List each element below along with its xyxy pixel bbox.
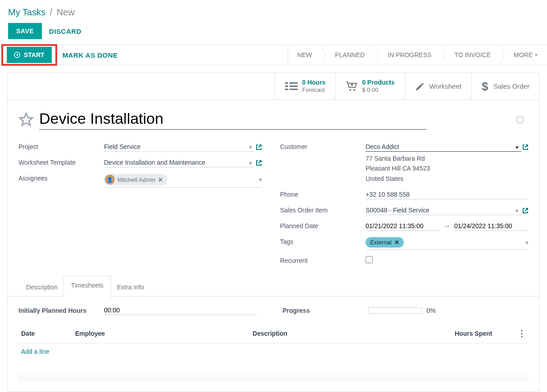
breadcrumb: My Tasks / New <box>0 0 547 21</box>
stage-new[interactable]: NEW <box>288 45 321 65</box>
svg-rect-6 <box>285 89 288 90</box>
col-date: Date <box>18 324 72 343</box>
remove-tag-icon[interactable]: ✕ <box>394 239 399 246</box>
initially-planned-label: Initially Planned Hours <box>18 307 104 314</box>
form-grid: Project ▾ Worksheet Template ▾ <box>8 133 539 273</box>
status-bar: START MARK AS DONE NEW PLANNED IN PROGRE… <box>0 45 547 65</box>
svg-marker-13 <box>20 113 32 126</box>
stage-more[interactable]: MORE <box>500 45 547 65</box>
external-link-icon[interactable] <box>256 144 262 150</box>
chevron-down-icon[interactable]: ▾ <box>515 207 519 214</box>
external-link-icon[interactable] <box>522 144 529 150</box>
tab-timesheets[interactable]: Timesheets <box>63 276 111 298</box>
svg-rect-3 <box>289 82 298 84</box>
pencil-icon <box>415 81 425 91</box>
start-button[interactable]: START <box>7 47 52 63</box>
svg-point-9 <box>353 89 355 91</box>
title-row <box>8 100 539 133</box>
play-icon <box>14 52 20 58</box>
progress-label: Progress <box>283 307 368 314</box>
assignees-label: Assignees <box>18 174 104 182</box>
svg-rect-7 <box>289 89 298 90</box>
stage-to-invoice[interactable]: TO INVOICE <box>440 45 500 65</box>
stat-sales-order-button[interactable]: $ Sales Order <box>471 73 539 99</box>
progress-bar <box>368 307 422 314</box>
timesheet-table: Date Employee Description Hours Spent ⋮ … <box>18 324 529 382</box>
chevron-down-icon[interactable]: ▾ <box>249 144 252 151</box>
phone-label: Phone <box>280 190 366 198</box>
planned-date-label: Planned Date <box>280 221 366 230</box>
discard-button[interactable]: DISCARD <box>49 27 81 35</box>
list-icon <box>285 81 298 91</box>
chevron-down-icon[interactable]: ▾ <box>259 176 262 183</box>
initially-planned-field[interactable] <box>104 306 257 315</box>
stage-pipeline: NEW PLANNED IN PROGRESS TO INVOICE MORE <box>288 45 547 65</box>
dollar-icon: $ <box>482 81 489 92</box>
phone-field[interactable] <box>366 190 529 199</box>
customer-label: Customer <box>280 142 366 150</box>
svg-point-8 <box>349 89 351 91</box>
stat-products-button[interactable]: 0 Products $ 0.00 <box>335 73 404 99</box>
svg-text:$: $ <box>482 81 488 92</box>
col-hours-spent: Hours Spent <box>452 324 515 343</box>
statusbar-actions-highlight: START <box>1 44 57 66</box>
remove-chip-icon[interactable]: ✕ <box>158 176 163 183</box>
stat-buttons: 0 Hours Forecast 0 Products $ 0.00 Works… <box>8 73 539 100</box>
customer-address: 77 Santa Barbara Rd Pleasant Hill CA 945… <box>366 152 529 184</box>
mark-done-button[interactable]: MARK AS DONE <box>63 45 118 65</box>
form-col-right: Customer ▾ 77 Santa Barbara Rd Pleasant … <box>280 142 529 264</box>
tab-description[interactable]: Description <box>18 278 65 297</box>
add-line-link[interactable]: Add a line <box>21 348 49 355</box>
header-actions: SAVE DISCARD <box>0 21 547 45</box>
avatar-icon: 👤 <box>105 175 115 185</box>
chevron-down-icon[interactable]: ▾ <box>515 144 519 151</box>
timesheets-panel: Initially Planned Hours Progress 0% Date… <box>8 297 539 391</box>
form-col-left: Project ▾ Worksheet Template ▾ <box>18 142 262 264</box>
chevron-down-icon[interactable]: ▾ <box>525 239 529 246</box>
planned-end-field[interactable] <box>454 221 529 231</box>
worksheet-template-field[interactable] <box>104 158 254 167</box>
project-label: Project <box>18 142 104 150</box>
svg-rect-4 <box>285 86 288 87</box>
stat-worksheet-button[interactable]: Worksheet <box>405 73 471 99</box>
svg-rect-11 <box>351 84 353 85</box>
table-row: Add a line <box>18 343 529 360</box>
stage-in-progress[interactable]: IN PROGRESS <box>374 45 440 65</box>
cart-plus-icon <box>346 81 357 91</box>
form-sheet: 0 Hours Forecast 0 Products $ 0.00 Works… <box>7 72 540 392</box>
table-options-icon[interactable]: ⋮ <box>515 324 529 343</box>
star-icon[interactable] <box>18 112 34 127</box>
svg-rect-2 <box>285 82 288 84</box>
recurrent-label: Recurrent <box>280 256 366 264</box>
arrow-right-icon: → <box>443 222 451 230</box>
col-employee: Employee <box>72 324 250 343</box>
svg-marker-1 <box>17 54 18 56</box>
stage-planned[interactable]: PLANNED <box>321 45 374 65</box>
tabs: Description Timesheets Extra Info <box>8 273 539 297</box>
save-button[interactable]: SAVE <box>8 23 42 39</box>
chevron-down-icon[interactable]: ▾ <box>249 159 252 167</box>
external-link-icon[interactable] <box>522 207 529 214</box>
worksheet-template-label: Worksheet Template <box>18 158 104 166</box>
col-description: Description <box>250 324 452 343</box>
chevron-down-icon <box>534 54 538 56</box>
stat-hours-button[interactable]: 0 Hours Forecast <box>275 73 335 99</box>
svg-rect-5 <box>289 86 298 87</box>
project-field[interactable] <box>104 142 254 152</box>
progress-value: 0% <box>427 307 436 314</box>
sales-order-item-field[interactable] <box>366 206 521 215</box>
task-title-input[interactable] <box>39 110 426 130</box>
kanban-state-indicator[interactable] <box>516 116 524 124</box>
tab-extra-info[interactable]: Extra Info <box>109 278 152 297</box>
recurrent-checkbox[interactable] <box>366 256 373 263</box>
external-link-icon[interactable] <box>256 160 262 166</box>
assignee-chip[interactable]: 👤 Mitchell Admin ✕ <box>104 174 167 185</box>
breadcrumb-current: New <box>57 7 75 17</box>
sales-order-item-label: Sales Order Item <box>280 206 366 214</box>
breadcrumb-parent[interactable]: My Tasks <box>8 7 45 17</box>
tag-chip[interactable]: External ✕ <box>366 237 404 248</box>
tags-label: Tags <box>280 237 366 245</box>
customer-field[interactable] <box>366 142 521 152</box>
planned-start-field[interactable] <box>366 221 440 231</box>
